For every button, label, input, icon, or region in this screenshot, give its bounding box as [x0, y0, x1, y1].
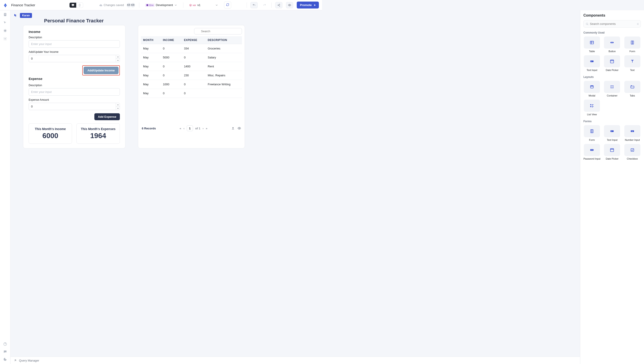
svg-rect-0 [72, 4, 74, 6]
env-badge-text: Env [149, 4, 154, 7]
table-cell: Freelance Writing [206, 80, 242, 89]
record-count: 6 Records [142, 127, 156, 130]
env-icon [146, 4, 149, 7]
expense-desc-input[interactable] [28, 88, 120, 96]
step-up-icon[interactable]: ▲ [116, 55, 120, 59]
refresh-button[interactable] [224, 2, 231, 9]
table-header[interactable]: DESCRIPTION [206, 36, 242, 44]
visibility-icon[interactable] [238, 126, 241, 130]
debug-icon[interactable] [3, 29, 7, 33]
table-cell: 0 [160, 89, 182, 98]
table-row[interactable]: May0334Groceries [141, 44, 242, 53]
expense-summary-value: 1964 [79, 132, 118, 140]
download-icon[interactable] [231, 126, 235, 130]
app-logo-icon [3, 3, 8, 8]
page-of-label: of 1 [195, 127, 200, 130]
svg-point-12 [5, 38, 6, 39]
save-status-text: Changes saved [104, 3, 124, 7]
expense-summary-card: This Month's Expenses 1964 [76, 123, 120, 144]
undo-icon [252, 4, 256, 7]
ver-value: v1 [198, 3, 200, 7]
expense-amount-input[interactable] [28, 103, 120, 110]
inspector-icon[interactable] [3, 21, 7, 25]
device-toggle[interactable] [69, 3, 83, 8]
income-desc-input[interactable] [28, 40, 120, 48]
table-cell: 0 [182, 80, 206, 89]
table-row[interactable]: May0230Misc. Repairs [141, 71, 242, 80]
table-cell: 0 [182, 89, 206, 98]
refresh-icon [226, 3, 229, 6]
promote-button[interactable]: Promote [297, 2, 319, 9]
mobile-icon[interactable] [76, 3, 83, 8]
environment-select[interactable]: Env Development [143, 3, 180, 8]
table-cell: Salary [206, 53, 242, 62]
income-summary-card: This Month's Income 6000 [28, 123, 72, 144]
table-header[interactable]: MONTH [141, 36, 160, 44]
page-last-icon[interactable]: » [206, 127, 207, 130]
redo-icon [263, 4, 266, 7]
page-prev-icon[interactable]: ‹ [184, 127, 184, 130]
number-stepper: ▲ ▼ [116, 103, 120, 110]
svg-rect-1 [72, 6, 73, 6]
table-cell: Groceries [206, 44, 242, 53]
table-cell: 1000 [160, 80, 182, 89]
desktop-icon[interactable] [70, 3, 76, 8]
table-row[interactable]: May10000Freelance Writing [141, 80, 242, 89]
table-search-input[interactable] [194, 28, 242, 35]
income-desc-label: Description [28, 36, 120, 39]
env-value: Development [156, 3, 173, 7]
version-select[interactable]: ver v1 [187, 3, 220, 8]
page-number-input[interactable]: 1 [187, 125, 193, 131]
step-down-icon[interactable]: ▼ [116, 107, 120, 110]
step-down-icon[interactable]: ▼ [116, 59, 120, 62]
table-cell: May [141, 44, 160, 53]
table-cell: May [141, 80, 160, 89]
preview-button[interactable] [286, 2, 293, 8]
table-cell: Rent [206, 62, 242, 71]
ver-badge-text: ver [192, 4, 196, 7]
collaborator-avatars[interactable]: KR KR [128, 3, 136, 8]
svg-point-7 [289, 5, 290, 6]
undo-button[interactable] [250, 2, 258, 8]
table-cell: May [141, 53, 160, 62]
chevron-down-icon [174, 4, 177, 7]
collaborator-name: Karan [20, 13, 32, 18]
share-icon [277, 4, 280, 7]
avatar[interactable]: KR [130, 3, 136, 8]
svg-rect-10 [4, 14, 6, 15]
add-income-button[interactable]: Add/Update Income [84, 67, 118, 74]
canvas[interactable]: Karan Personal Finance Tracker Income De… [10, 10, 322, 182]
topbar: Finance Tracker Changes saved KR KR Env … [0, 0, 322, 10]
cloud-icon [99, 4, 102, 7]
table-cell: May [141, 89, 160, 98]
table-cell: 0 [182, 53, 206, 62]
table-header[interactable]: EXPENSE [182, 36, 206, 44]
table-header[interactable]: INCOME [160, 36, 182, 44]
table-cell: 0 [160, 44, 182, 53]
table-row[interactable]: May01400Rent [141, 62, 242, 71]
add-expense-button[interactable]: Add Expense [94, 113, 120, 120]
step-up-icon[interactable]: ▲ [116, 103, 120, 107]
share-button[interactable] [275, 2, 282, 8]
app-title: Finance Tracker [11, 3, 35, 7]
table-cell: 334 [182, 44, 206, 53]
table-cell: May [141, 62, 160, 71]
expense-desc-label: Description [28, 84, 120, 87]
income-amount-input[interactable] [28, 55, 120, 62]
chevron-down-icon [215, 4, 218, 7]
table-row[interactable]: May00 [141, 89, 242, 98]
svg-point-6 [280, 6, 280, 6]
page-first-icon[interactable]: « [180, 127, 181, 130]
table-cell: 0 [160, 71, 182, 80]
table-row[interactable]: May50000Salary [141, 53, 242, 62]
selected-element-outline: Add/Update Income [82, 65, 120, 75]
redo-button[interactable] [261, 2, 268, 8]
settings-icon[interactable] [3, 37, 7, 41]
save-status: Changes saved [99, 3, 124, 7]
expense-summary-label: This Month's Expenses [79, 127, 118, 131]
svg-point-15 [239, 128, 240, 129]
table-cell: 0 [160, 62, 182, 71]
chevron-right-icon [313, 4, 316, 7]
pages-icon[interactable] [3, 13, 7, 17]
page-next-icon[interactable]: › [202, 127, 204, 130]
